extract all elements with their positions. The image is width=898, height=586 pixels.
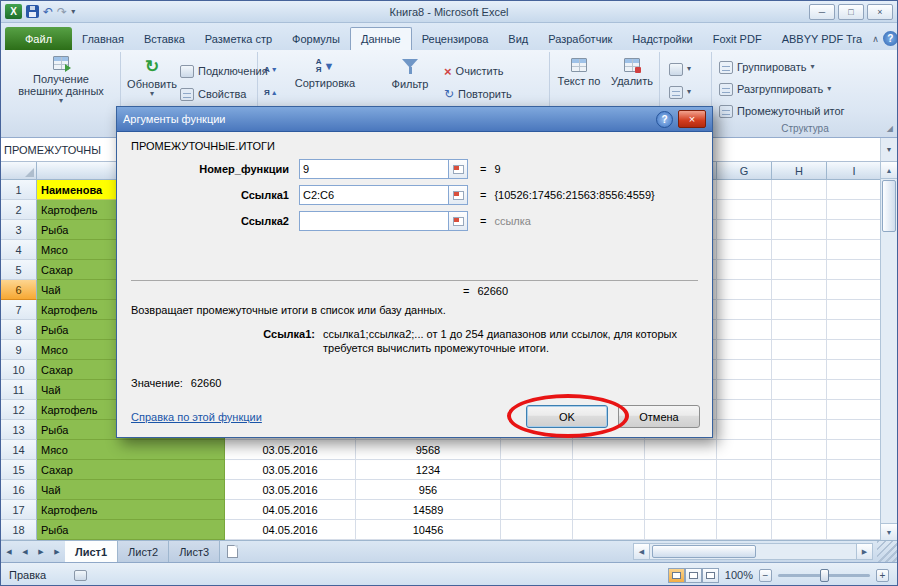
cell-empty[interactable] [645,480,717,500]
cell-empty[interactable] [772,220,827,240]
cell-empty[interactable] [717,320,772,340]
cell-empty[interactable] [772,520,827,540]
sheet-tab[interactable]: Лист3 [169,541,220,562]
cell-empty[interactable] [717,280,772,300]
cell-empty[interactable] [573,480,645,500]
cell-value[interactable]: 9568 [356,440,501,460]
cell-value[interactable]: 956 [356,480,501,500]
cell-empty[interactable] [717,360,772,380]
range-select-button[interactable] [449,185,468,205]
cell-empty[interactable] [717,400,772,420]
ribbon-tab[interactable]: Надстройки [622,27,702,50]
subtotal-button[interactable]: Промежуточный итог [719,102,845,120]
cell-name[interactable]: Мясо [37,440,225,460]
page-break-view-icon[interactable] [702,568,719,583]
cell-empty[interactable] [827,380,882,400]
range-select-button[interactable] [449,159,468,179]
cell-empty[interactable] [717,420,772,440]
cell-empty[interactable] [827,340,882,360]
ribbon-tab[interactable]: Рецензирова [412,27,499,50]
data-validation-button[interactable]: ▾ [669,60,691,78]
cell-name[interactable]: Рыба [37,520,225,540]
cell-empty[interactable] [645,520,717,540]
dialog-close-button[interactable]: × [678,110,706,128]
row-header[interactable]: 15 [1,460,37,480]
text-to-columns-button[interactable]: Текст по [554,58,604,87]
cell-empty[interactable] [717,240,772,260]
row-header[interactable]: 13 [1,420,37,440]
scroll-up-icon[interactable]: ▲ [881,162,897,179]
cell-empty[interactable] [772,440,827,460]
row-header[interactable]: 8 [1,320,37,340]
next-sheet-button[interactable]: ▶ [33,541,49,562]
cell-empty[interactable] [827,460,882,480]
cell-empty[interactable] [717,480,772,500]
horizontal-scroll-track[interactable] [650,543,856,560]
row-header[interactable]: 18 [1,520,37,540]
row-header[interactable]: 6 [1,280,37,300]
cell-empty[interactable] [501,480,573,500]
properties-button[interactable]: Свойства [180,85,246,103]
cell-empty[interactable] [645,440,717,460]
cell-empty[interactable] [772,280,827,300]
field-input[interactable] [299,211,449,231]
sort-button[interactable]: АЯ ▼ Сортировка [290,58,360,89]
horizontal-scroll-thumb[interactable] [652,545,756,558]
get-external-data-button[interactable]: Получение внешних данных ▾ [13,56,109,105]
collapse-ribbon-icon[interactable]: ∧ [872,34,879,44]
sort-asc-button[interactable]: А▼ [264,60,278,78]
cell-empty[interactable] [772,360,827,380]
cell-empty[interactable] [827,220,882,240]
cell-empty[interactable] [827,500,882,520]
cell-empty[interactable] [827,280,882,300]
group-button[interactable]: Группировать ▾ [719,58,815,76]
filter-button[interactable]: Фильтр [384,58,436,90]
name-box[interactable]: ПРОМЕЖУТОЧНЫ ▾ [1,138,133,161]
row-header[interactable]: 14 [1,440,37,460]
tab-file[interactable]: Файл [5,27,72,50]
row-header[interactable]: 3 [1,220,37,240]
cell-empty[interactable] [717,220,772,240]
select-all-corner[interactable] [1,162,37,180]
cell-empty[interactable] [772,480,827,500]
cell-empty[interactable] [827,180,882,200]
zoom-level[interactable]: 100% [725,569,753,581]
consolidate-button[interactable]: ▾ [669,83,691,101]
row-header[interactable]: 10 [1,360,37,380]
cell-empty[interactable] [501,520,573,540]
cell-empty[interactable] [827,240,882,260]
cell-empty[interactable] [501,460,573,480]
cell-empty[interactable] [573,500,645,520]
cell-empty[interactable] [645,460,717,480]
scroll-down-icon[interactable]: ▼ [881,523,897,540]
ribbon-tab[interactable]: ABBYY PDF Tra [772,27,873,50]
cell-empty[interactable] [717,460,772,480]
row-header[interactable]: 12 [1,400,37,420]
row-header[interactable]: 17 [1,500,37,520]
column-header[interactable]: I [827,162,882,180]
qat-customize-icon[interactable]: ▾ [71,7,75,16]
remove-duplicates-button[interactable]: Удалить [608,58,656,87]
page-layout-view-icon[interactable] [685,568,702,583]
column-header[interactable]: G [717,162,772,180]
save-icon[interactable] [26,5,39,18]
prev-sheet-button[interactable]: ◀ [17,541,33,562]
ribbon-tab[interactable]: Данные [350,27,412,50]
insert-worksheet-button[interactable] [220,541,244,562]
cell-value[interactable]: 14589 [356,500,501,520]
cell-empty[interactable] [827,300,882,320]
horizontal-scrollbar[interactable]: ◀ ▶ [633,543,873,560]
sheet-tab[interactable]: Лист1 [65,540,118,562]
scroll-left-icon[interactable]: ◀ [633,543,650,560]
cell-value[interactable]: 10456 [356,520,501,540]
row-header[interactable]: 11 [1,380,37,400]
macro-record-icon[interactable] [74,570,87,581]
cell-empty[interactable] [772,400,827,420]
reapply-button[interactable]: ↻ Повторить [444,85,512,103]
cell-empty[interactable] [827,320,882,340]
cell-date[interactable]: 03.05.2016 [225,440,356,460]
row-header[interactable]: 9 [1,340,37,360]
row-header[interactable]: 1 [1,180,37,200]
ribbon-tab[interactable]: Вставка [134,27,195,50]
cell-empty[interactable] [573,520,645,540]
